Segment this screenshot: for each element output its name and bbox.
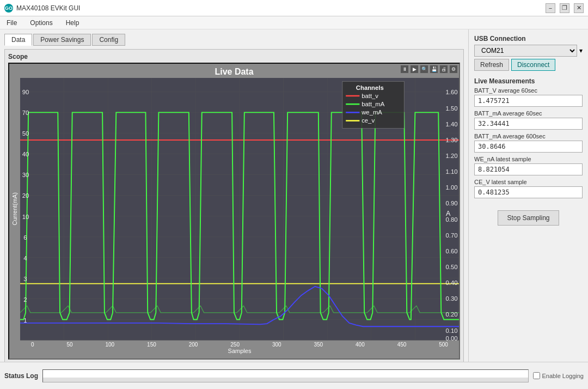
title-bar: GO MAX40108 EVKit GUI − ❐ ✕ (0, 0, 588, 16)
svg-text:1.20: 1.20 (445, 153, 457, 159)
com-port-select[interactable]: COM21 (474, 45, 577, 57)
svg-text:A: A (446, 210, 451, 217)
svg-text:20: 20 (22, 192, 29, 199)
zoom-icon[interactable]: 🔍 (420, 65, 428, 74)
tabs: Data Power Savings Config (4, 34, 464, 46)
chart-inner: Current(mA) (9, 78, 459, 341)
menu-file[interactable]: File (4, 18, 19, 28)
svg-text:0.50: 0.50 (445, 264, 457, 270)
save-icon[interactable]: 💾 (430, 65, 438, 74)
svg-text:0.70: 0.70 (445, 232, 457, 239)
x-axis-title: Samples (31, 348, 448, 356)
usb-row: COM21 ▾ (474, 45, 583, 57)
svg-text:batt_v: batt_v (362, 93, 378, 99)
x-tick-4: 200 (189, 342, 198, 348)
enable-logging-label: Enable Logging (542, 373, 584, 379)
measurement-label-4: CE_V latest sample (474, 179, 583, 185)
config-icon[interactable]: ⚙ (449, 65, 458, 74)
svg-text:6: 6 (23, 234, 27, 241)
svg-text:0.90: 0.90 (445, 200, 457, 206)
tab-config[interactable]: Config (92, 34, 125, 46)
menu-bar: File Options Help (0, 16, 588, 29)
x-tick-5: 250 (230, 342, 240, 348)
x-tick-8: 400 (356, 342, 365, 348)
measurement-value-4: 0.481235 (474, 186, 583, 198)
measurement-value-2: 30.8646 (474, 141, 583, 153)
svg-text:1.50: 1.50 (445, 105, 457, 112)
svg-text:40: 40 (22, 151, 29, 157)
svg-text:2: 2 (23, 296, 27, 303)
scope-label: Scope (8, 53, 460, 60)
svg-text:batt_mA: batt_mA (362, 101, 385, 107)
dropdown-icon: ▾ (579, 47, 583, 54)
x-tick-10: 500 (439, 342, 448, 348)
measurements-section: Live Measurements BATT_V average 60sec 1… (474, 77, 583, 202)
chart-title: Live Data (9, 64, 459, 78)
usb-buttons-row: Refresh Disconnect (474, 59, 583, 71)
enable-logging-checkbox-row: Enable Logging (533, 372, 584, 379)
window-title: MAX40108 EVKit GUI (16, 4, 80, 12)
print-icon[interactable]: 🖨 (439, 65, 448, 74)
window-controls: − ❐ ✕ (546, 3, 584, 13)
measurement-value-3: 8.821054 (474, 163, 583, 175)
svg-text:0.60: 0.60 (445, 248, 457, 254)
x-tick-6: 300 (272, 342, 281, 348)
x-tick-3: 150 (147, 342, 156, 348)
x-tick-1: 50 (66, 342, 72, 348)
usb-section-title: USB Connection (474, 35, 583, 42)
tab-power-savings[interactable]: Power Savings (33, 34, 91, 46)
refresh-button[interactable]: Refresh (474, 59, 509, 71)
stop-sampling-button[interactable]: Stop Sampling (498, 210, 559, 226)
svg-text:1.00: 1.00 (445, 184, 457, 191)
svg-text:70: 70 (22, 110, 29, 116)
restore-button[interactable]: ❐ (560, 3, 569, 13)
svg-text:50: 50 (22, 130, 29, 137)
main-content: Data Power Savings Config Scope Live Dat… (0, 29, 588, 362)
svg-text:0.40: 0.40 (445, 279, 457, 286)
svg-text:1.10: 1.10 (445, 168, 457, 175)
svg-text:we_mA: we_mA (361, 109, 382, 116)
enable-logging-checkbox[interactable] (533, 372, 540, 379)
usb-section: USB Connection COM21 ▾ Refresh Disconnec… (474, 35, 583, 73)
svg-text:4: 4 (23, 255, 27, 262)
status-log-area (42, 369, 529, 382)
measurement-label-0: BATT_V average 60sec (474, 87, 583, 94)
measurement-label-2: BATT_mA average 600sec (474, 133, 583, 139)
status-bar: Status Log Enable Logging (0, 362, 588, 389)
y-axis-label: Current(mA) (9, 78, 20, 341)
horizontal-scrollbar[interactable] (43, 378, 528, 382)
left-panel: Data Power Savings Config Scope Live Dat… (0, 29, 468, 362)
svg-text:10: 10 (22, 213, 29, 220)
chart-svg-wrapper[interactable]: Channels batt_v batt_mA we_mA ce_v 90 (20, 78, 459, 341)
svg-text:3: 3 (23, 276, 27, 282)
measurement-label-3: WE_nA latest sample (474, 156, 583, 162)
chart-container: Live Data ⏸ ▶ 🔍 💾 🖨 ⚙ Current(mA) (8, 63, 460, 360)
title-left: GO MAX40108 EVKit GUI (4, 4, 80, 13)
svg-text:ce_v: ce_v (362, 117, 375, 124)
measurement-label-1: BATT_mA average 60sec (474, 110, 583, 117)
tab-data[interactable]: Data (4, 34, 32, 46)
svg-text:0.10: 0.10 (445, 327, 457, 334)
menu-help[interactable]: Help (64, 18, 82, 28)
x-tick-2: 100 (106, 342, 115, 348)
disconnect-button[interactable]: Disconnect (511, 59, 555, 71)
measurements-title: Live Measurements (474, 77, 583, 85)
measurement-value-0: 1.475721 (474, 95, 583, 107)
app-icon: GO (4, 4, 13, 13)
x-axis-area: 0 50 100 150 200 250 300 350 400 450 500… (9, 341, 459, 358)
play-icon[interactable]: ▶ (410, 65, 419, 74)
svg-text:0.20: 0.20 (445, 311, 457, 318)
status-log-label: Status Log (4, 372, 38, 380)
x-tick-0: 0 (31, 342, 34, 348)
close-button[interactable]: ✕ (574, 3, 584, 13)
scope-section: Scope Live Data ⏸ ▶ 🔍 💾 🖨 ⚙ Current(mA) (4, 49, 464, 362)
right-panel: USB Connection COM21 ▾ Refresh Disconnec… (468, 29, 588, 362)
minimize-button[interactable]: − (546, 3, 555, 13)
pause-icon[interactable]: ⏸ (400, 65, 409, 74)
x-tick-7: 350 (314, 342, 323, 348)
svg-text:1.60: 1.60 (445, 89, 457, 95)
svg-text:1.30: 1.30 (445, 137, 457, 143)
svg-text:90: 90 (22, 89, 29, 95)
menu-options[interactable]: Options (28, 18, 54, 28)
svg-text:0.30: 0.30 (445, 295, 457, 302)
